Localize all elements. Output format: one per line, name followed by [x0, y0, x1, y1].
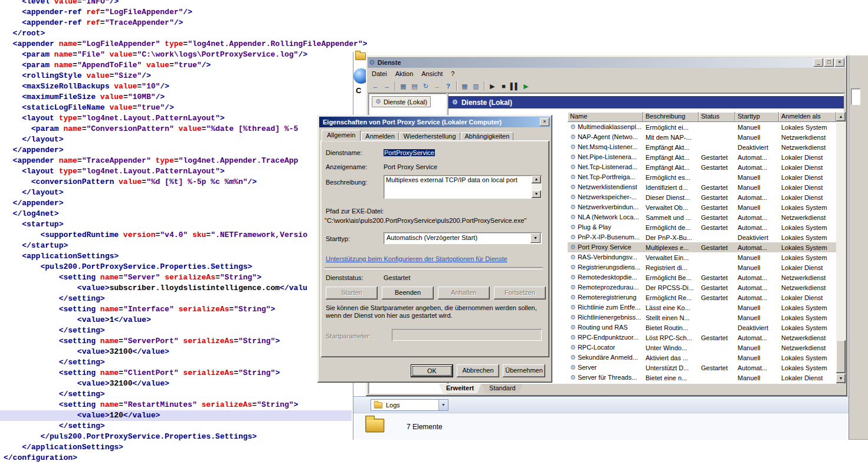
service-row[interactable]: ⚙Sekundäre Anmeld...Aktiviert das ...Man… [568, 353, 836, 363]
beschreibung-textbox[interactable]: Multiplexes external TCP/IP data on loca… [384, 175, 542, 199]
starttyp-combobox[interactable]: Automatisch (Verzögerter Start) ▼ [384, 232, 542, 244]
code-line[interactable]: </appender> [0, 145, 367, 156]
forward-icon[interactable]: → [382, 81, 392, 91]
scroll-down-icon[interactable]: ▼ [836, 374, 846, 383]
code-line[interactable]: </configuration> [0, 453, 367, 463]
code-line[interactable]: <conversionPattern value="%d [%t] %-5p %… [0, 177, 367, 187]
column-header-status[interactable]: Status [699, 112, 735, 122]
column-header-beschreibung[interactable]: Beschreibung [643, 112, 699, 122]
service-row[interactable]: ⚙Remotedesktopdie...Ermöglicht Be...Gest… [568, 272, 836, 282]
service-row[interactable]: ⚙PnP-X-IP-Busenum...Der PnP-X-Bu...Deakt… [568, 232, 836, 242]
code-line[interactable]: <appender-ref ref="LogFileAppender"/> [0, 7, 367, 18]
code-line[interactable]: <setting name="ServerPort" serializeAs="… [0, 336, 367, 347]
starten-button[interactable]: Starten [326, 287, 378, 300]
code-line[interactable]: <setting name="Server" serializeAs="Stri… [0, 272, 367, 283]
service-row[interactable]: ⚙Port Proxy ServiceMultiplexes e...Gesta… [568, 242, 836, 252]
uebernehmen-button[interactable]: Übernehmen [503, 364, 545, 377]
code-line[interactable]: <value>1</value> [0, 315, 367, 325]
code-area[interactable]: <level value="INFO"/> <appender-ref ref=… [0, 0, 367, 463]
menu-item-aktion[interactable]: Aktion [391, 70, 418, 78]
service-row[interactable]: ⚙Net.Msmq-Listener...Empfängt Akt...Deak… [568, 142, 836, 152]
service-row[interactable]: ⚙Remoteprozedurau...Der RPCSS-Di...Gesta… [568, 282, 836, 292]
minimize-icon[interactable]: _ [814, 58, 823, 67]
code-line[interactable]: </appender> [0, 198, 367, 209]
code-line[interactable]: <puls200.PortProxyService.Properties.Set… [0, 262, 367, 272]
ok-button[interactable]: OK [411, 364, 453, 377]
service-row[interactable]: ⚙Registrierungsdiens...Registriert di...… [568, 262, 836, 272]
service-row[interactable]: ⚙RemoteregistrierungErmöglicht Re...Gest… [568, 292, 836, 302]
code-line[interactable]: <maxSizeRollBackups value="10"/> [0, 81, 367, 92]
chevron-down-icon[interactable]: ▼ [530, 233, 541, 243]
code-line[interactable]: <appender name="TraceAppender" type="log… [0, 156, 367, 166]
code-line[interactable]: <value>32100</value> [0, 379, 367, 389]
code-line[interactable]: <setting name="RestartMinutes" serialize… [0, 400, 367, 410]
icons-view-icon[interactable]: ▦ [460, 81, 470, 91]
code-line[interactable]: <param name="File" value="C:\work\logs\P… [0, 50, 367, 60]
startup-options-link[interactable]: Unterstützung beim Konfigurieren der Sta… [326, 255, 507, 262]
code-line[interactable]: <level value="INFO"/> [0, 0, 367, 7]
menu-item-?[interactable]: ? [447, 70, 458, 78]
scrollbar-thumb[interactable] [836, 340, 846, 373]
code-line[interactable]: </log4net> [0, 209, 367, 219]
services-titlebar[interactable]: ⚙ Dienste _ □ × [368, 57, 846, 68]
anzeigename-value[interactable]: Port Proxy Service [384, 163, 437, 170]
code-line[interactable]: <layout type="log4net.Layout.PatternLayo… [0, 166, 367, 177]
explorer-scroll-fragment[interactable] [851, 88, 860, 105]
service-row[interactable]: ⚙Multimediaklassenpl...Ermöglicht ei...M… [568, 122, 836, 132]
tree-item-dienste-lokal[interactable]: ⚙ Dienste (Lokal) [372, 96, 431, 107]
service-row[interactable]: ⚙Plug & PlayErmöglicht de...GestartetAut… [568, 222, 836, 232]
service-row[interactable]: ⚙Netzwerkspeicher-...Dieser Dienst...Ges… [568, 192, 836, 202]
services-list[interactable]: NameBeschreibungStatusStarttypAnmelden a… [568, 112, 846, 383]
back-icon[interactable]: ← [371, 81, 381, 91]
code-line[interactable]: <param name="ConversionPattern" value="%… [0, 124, 367, 134]
code-line[interactable]: </puls200.PortProxyService.Properties.Se… [0, 432, 367, 442]
dialog-titlebar[interactable]: Eigenschaften von Port Proxy Service (Lo… [319, 117, 551, 127]
view-tab-erweitert[interactable]: Erweitert [439, 384, 481, 393]
code-line[interactable]: <supportedRuntime version="v4.0" sku=".N… [0, 230, 367, 241]
code-line[interactable]: <value>subscriber.lloydslistintelligence… [0, 283, 367, 294]
service-row[interactable]: ⚙RPC-Endpunktzuor...Löst RPC-Sch...Gesta… [568, 333, 836, 343]
list-vertical-scrollbar[interactable]: ▲ ▼ [836, 112, 846, 383]
code-line[interactable]: <maximumFileSize value="10MB"/> [0, 92, 367, 103]
startparameter-input[interactable] [392, 329, 542, 341]
service-row[interactable]: ⚙ServerUnterstützt D...GestartetAutomat.… [568, 363, 836, 373]
help-icon[interactable]: ? [443, 81, 453, 91]
scroll-up-icon[interactable]: ▲ [836, 112, 846, 121]
scroll-down-icon[interactable]: ▼ [532, 190, 541, 198]
service-row[interactable]: ⚙NAP-Agent (Netwo...Mit dem NAP-...Manue… [568, 132, 836, 142]
service-row[interactable]: ⚙Net.Tcp-Portfreiga...Ermöglicht es...Ma… [568, 172, 836, 182]
fortsetzen-button[interactable]: Fortsetzen [494, 287, 546, 300]
column-header-starttyp[interactable]: Starttyp [735, 112, 779, 122]
code-line[interactable]: <setting name="ClientPort" serializeAs="… [0, 368, 367, 379]
show-console-tree-icon[interactable]: ▦ [398, 81, 408, 91]
tab-abhängigkeiten[interactable]: Abhängigkeiten [461, 132, 514, 141]
view-tab-standard[interactable]: Standard [482, 384, 523, 393]
code-line[interactable]: </setting> [0, 421, 367, 432]
code-line[interactable]: </layout> [0, 134, 367, 145]
code-line[interactable]: </layout> [0, 187, 367, 198]
tab-anmelden[interactable]: Anmelden [361, 132, 399, 141]
code-line[interactable]: </setting> [0, 389, 367, 400]
code-line[interactable]: <value>32100</value> [0, 347, 367, 357]
code-line[interactable]: </setting> [0, 325, 367, 336]
refresh-icon[interactable]: ↻ [421, 81, 431, 91]
menu-item-datei[interactable]: Datei [368, 70, 391, 78]
dienstname-value[interactable]: PortProxyService [384, 149, 435, 156]
tab-allgemein[interactable]: Allgemein [322, 130, 361, 141]
code-line[interactable]: </applicationSettings> [0, 442, 367, 453]
folder-combobox[interactable]: Logs ▼ [371, 399, 448, 411]
code-line[interactable]: <param name="AppendToFile" value="true"/… [0, 60, 367, 71]
code-line[interactable]: </startup> [0, 241, 367, 251]
beschreibung-scrollbar[interactable]: ▲ ▼ [532, 176, 541, 198]
scroll-up-icon[interactable]: ▲ [532, 176, 541, 183]
menu-item-ansicht[interactable]: Ansicht [417, 70, 447, 78]
anhalten-button[interactable]: Anhalten [438, 287, 490, 300]
details-view-icon[interactable]: ▥ [471, 81, 481, 91]
service-row[interactable]: ⚙RPC-LocatorUnter Windo...ManuellNetzwer… [568, 343, 836, 353]
abbrechen-button[interactable]: Abbrechen [457, 364, 499, 377]
code-line[interactable]: <startup> [0, 219, 367, 230]
code-line[interactable]: <layout type="log4net.Layout.PatternLayo… [0, 113, 367, 124]
properties-icon[interactable]: ▤ [410, 81, 420, 91]
service-row[interactable]: ⚙Net.Tcp-Listenerad...Empfängt Akt...Ges… [568, 162, 836, 172]
export-list-icon[interactable]: → [432, 81, 442, 91]
